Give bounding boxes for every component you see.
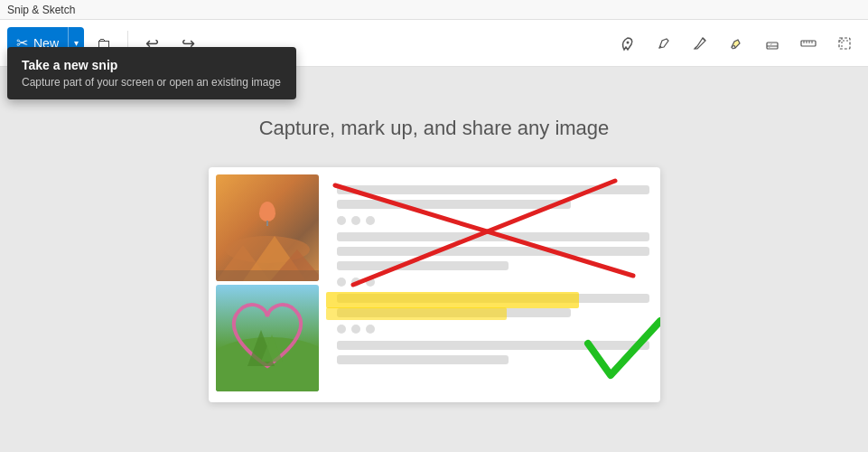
title-bar: Snip & Sketch bbox=[0, 0, 868, 20]
content-line-9 bbox=[337, 355, 509, 364]
ruler-button[interactable] bbox=[792, 27, 825, 60]
highlighter-icon bbox=[727, 34, 745, 52]
dot bbox=[351, 325, 360, 334]
content-line-7 bbox=[337, 308, 572, 317]
content-line-2 bbox=[337, 200, 572, 209]
main-content: Capture, mark up, and share any image bbox=[0, 67, 868, 452]
svg-marker-14 bbox=[247, 330, 275, 366]
svg-marker-15 bbox=[261, 334, 283, 362]
dot bbox=[337, 216, 346, 225]
ruler-icon bbox=[799, 34, 817, 52]
content-dots-1 bbox=[337, 216, 649, 225]
content-line-6 bbox=[337, 294, 649, 303]
dot bbox=[366, 278, 375, 287]
dot bbox=[337, 278, 346, 287]
touch-writing-button[interactable] bbox=[611, 27, 644, 60]
dropdown-heading: Take a new snip bbox=[22, 58, 282, 72]
content-line-8 bbox=[337, 341, 649, 350]
svg-point-0 bbox=[627, 41, 630, 43]
crop-icon bbox=[835, 34, 854, 52]
dropdown-description: Capture part of your screen or open an e… bbox=[22, 76, 282, 89]
content-line-3 bbox=[337, 232, 649, 241]
dot bbox=[351, 278, 360, 287]
new-snip-dropdown: Take a new snip Capture part of your scr… bbox=[7, 47, 296, 99]
drawing-tools bbox=[611, 27, 861, 60]
demo-content-area bbox=[326, 167, 660, 402]
crop-button[interactable] bbox=[828, 27, 861, 60]
dot bbox=[337, 325, 346, 334]
eraser-button[interactable] bbox=[756, 27, 789, 60]
touch-writing-icon bbox=[619, 34, 637, 52]
content-dots-2 bbox=[337, 278, 649, 287]
demo-illustration bbox=[209, 167, 660, 402]
eraser-icon bbox=[763, 34, 781, 52]
highlighter-button[interactable] bbox=[720, 27, 752, 60]
capture-tagline: Capture, mark up, and share any image bbox=[259, 117, 610, 140]
content-dots-3 bbox=[337, 325, 649, 334]
svg-rect-2 bbox=[801, 41, 816, 46]
dot bbox=[366, 325, 375, 334]
pencil-button[interactable] bbox=[684, 27, 716, 60]
content-line-4 bbox=[337, 247, 649, 256]
thumbnail-landscape bbox=[216, 174, 319, 281]
ballpoint-pen-button[interactable] bbox=[648, 27, 680, 60]
pencil-icon bbox=[691, 34, 709, 52]
thumbnail-green bbox=[216, 285, 319, 391]
balloon-icon bbox=[259, 202, 275, 221]
dot bbox=[366, 216, 375, 225]
content-line-5 bbox=[337, 261, 509, 270]
dot bbox=[351, 216, 360, 225]
demo-thumbnails bbox=[209, 167, 326, 402]
ballpoint-pen-icon bbox=[655, 34, 673, 52]
app-title: Snip & Sketch bbox=[7, 4, 75, 16]
svg-rect-13 bbox=[216, 270, 319, 281]
content-line-1 bbox=[337, 185, 649, 194]
svg-rect-7 bbox=[839, 38, 850, 49]
